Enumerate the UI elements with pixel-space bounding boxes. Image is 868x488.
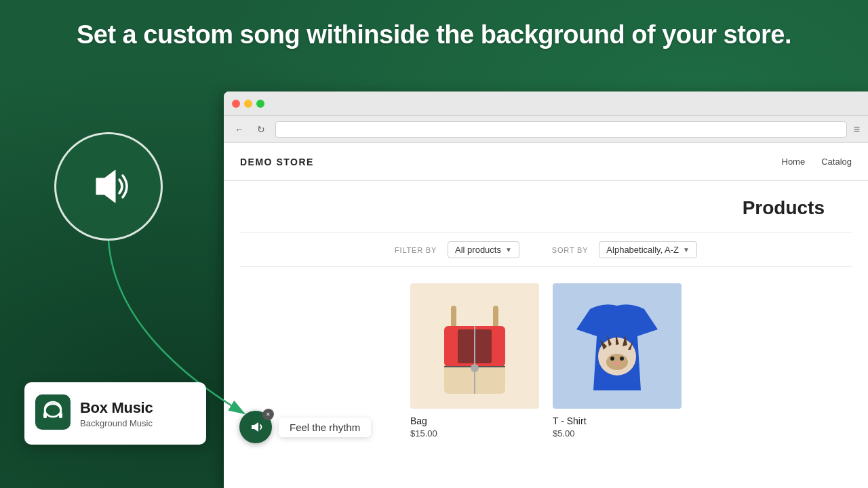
mute-button[interactable]: ✕ [239, 411, 272, 443]
store-logo: DEMO STORE [240, 157, 314, 167]
store-nav: Home Catalog [782, 157, 852, 167]
product-price-tshirt: $5.00 [553, 428, 682, 439]
filter-by-value: All products [455, 245, 501, 255]
speaker-volume-icon [81, 159, 136, 214]
box-music-text-group: Box Music Background Music [80, 399, 153, 428]
browser-titlebar [224, 92, 868, 116]
svg-rect-4 [59, 413, 62, 418]
svg-rect-1 [35, 394, 71, 430]
store-header: DEMO STORE Home Catalog [224, 143, 868, 181]
speaker-circle [54, 132, 163, 241]
nav-catalog[interactable]: Catalog [821, 157, 852, 167]
mini-player: ✕ Feel the rhythm [239, 411, 371, 443]
product-price-bag: $15.00 [410, 428, 539, 439]
browser-menu-icon[interactable]: ≡ [854, 123, 860, 136]
filter-by-label: FILTER BY [395, 246, 437, 254]
browser-dot-3 [256, 100, 264, 108]
product-card-bag[interactable]: Bag $15.00 [410, 283, 539, 439]
box-music-title: Box Music [80, 399, 153, 417]
sort-chevron-icon: ▼ [683, 246, 690, 253]
svg-rect-3 [43, 413, 47, 418]
mini-player-text: Feel the rhythm [279, 418, 371, 437]
filter-chevron-icon: ▼ [505, 246, 512, 253]
browser-dot-1 [232, 100, 240, 108]
sort-by-select[interactable]: Alphabetically, A-Z ▼ [599, 241, 697, 258]
address-bar[interactable] [275, 121, 847, 138]
filters-row: FILTER BY All products ▼ SORT BY Alphabe… [240, 232, 852, 267]
box-music-subtitle: Background Music [80, 418, 153, 428]
svg-point-16 [620, 357, 624, 361]
browser-dot-2 [244, 100, 252, 108]
product-name-bag: Bag [410, 415, 539, 426]
filter-by-select[interactable]: All products ▼ [448, 241, 519, 258]
browser-toolbar: ← ↻ ≡ [224, 116, 868, 143]
product-image-bag [410, 283, 539, 409]
nav-home[interactable]: Home [782, 157, 806, 167]
close-icon[interactable]: ✕ [263, 409, 274, 420]
back-button[interactable]: ← [232, 122, 247, 137]
sort-by-value: Alphabetically, A-Z [606, 245, 679, 255]
headline: Set a custom song withinside the backgro… [0, 20, 868, 49]
svg-point-15 [610, 357, 614, 361]
svg-point-12 [471, 364, 479, 372]
refresh-button[interactable]: ↻ [254, 122, 269, 137]
products-section: Products FILTER BY All products ▼ SORT B… [224, 181, 868, 449]
box-music-logo [35, 394, 71, 432]
svg-point-17 [615, 362, 619, 365]
sort-by-label: SORT BY [552, 246, 589, 254]
product-card-tshirt[interactable]: T - Shirt $5.00 [553, 283, 682, 439]
products-title: Products [240, 197, 852, 219]
product-name-tshirt: T - Shirt [553, 415, 682, 426]
product-image-tshirt [553, 283, 682, 409]
box-music-card: Box Music Background Music [24, 382, 206, 445]
